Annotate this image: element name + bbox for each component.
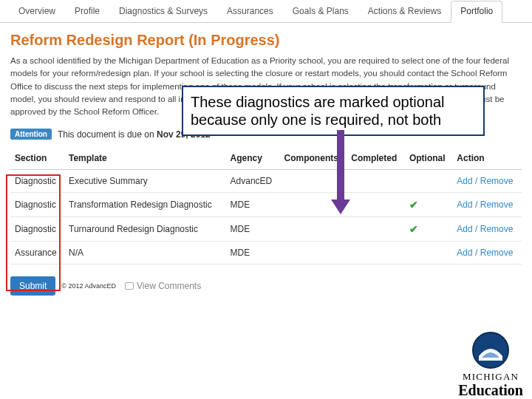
tab-portfolio[interactable]: Portfolio [451,1,502,23]
annotation-callout: These diagnostics are marked optional be… [182,86,485,136]
tab-bar: OverviewProfileDiagnostics & SurveysAssu… [0,0,532,23]
cell-action[interactable]: Add / Remove [452,217,522,242]
table-row: AssuranceN/AMDEAdd / Remove [10,242,522,265]
tab-overview[interactable]: Overview [9,1,65,23]
check-icon: ✔ [409,223,418,235]
cell-agency: MDE [226,242,280,265]
cell-optional [405,170,452,193]
diagnostics-table: Section Template Agency Components Compl… [10,147,522,265]
view-comments-link[interactable]: View Comments [125,281,201,291]
col-template: Template [64,147,226,170]
attention-prefix: This document is due on [58,129,157,140]
logo-line2: Education [458,383,523,398]
col-completed: Completed [347,147,405,170]
cell-agency: MDE [226,217,280,242]
cell-completed [347,170,405,193]
cell-completed [347,242,405,265]
attention-badge: Attention [10,129,52,140]
tab-profile[interactable]: Profile [65,1,109,23]
cell-completed [347,217,405,242]
cell-components [280,242,347,265]
cell-completed [347,193,405,217]
tab-diagnostics-surveys[interactable]: Diagnostics & Surveys [109,1,217,23]
view-comments-label: View Comments [137,281,201,291]
seal-icon [471,331,510,369]
tab-assurances[interactable]: Assurances [217,1,283,23]
bottom-bar: Submit © 2012 AdvancED View Comments [0,272,532,300]
tab-actions-reviews[interactable]: Actions & Reviews [358,1,451,23]
copyright-text: © 2012 AdvancED [61,282,116,290]
cell-template: Turnaround Redesign Diagnostic [64,217,226,242]
cell-template: N/A [64,242,226,265]
cell-optional: ✔ [405,217,452,242]
tab-goals-plans[interactable]: Goals & Plans [283,1,358,23]
check-icon: ✔ [409,199,418,211]
cell-optional: ✔ [405,193,452,217]
cell-template: Executive Summary [64,170,226,193]
cell-template: Transformation Redesign Diagnostic [64,193,226,217]
col-action: Action [452,147,522,170]
cell-components [280,217,347,242]
cell-action[interactable]: Add / Remove [452,242,522,265]
cell-action[interactable]: Add / Remove [452,170,522,193]
cell-agency: MDE [226,193,280,217]
cell-section: Assurance [10,242,64,265]
table-body: DiagnosticExecutive SummaryAdvancEDAdd /… [10,170,522,265]
table-row: DiagnosticTransformation Redesign Diagno… [10,193,522,217]
cell-section: Diagnostic [10,217,64,242]
comment-icon [125,282,134,290]
table-row: DiagnosticTurnaround Redesign Diagnostic… [10,217,522,242]
cell-agency: AdvancED [226,170,280,193]
logo-line1: MICHIGAN [463,371,519,383]
col-section: Section [10,147,64,170]
submit-button[interactable]: Submit [10,276,55,296]
col-optional: Optional [405,147,452,170]
michigan-education-logo: MICHIGAN Education [458,331,523,398]
cell-section: Diagnostic [10,170,64,193]
cell-optional [405,242,452,265]
table-row: DiagnosticExecutive SummaryAdvancEDAdd /… [10,170,522,193]
annotation-arrow [332,130,349,217]
cell-section: Diagnostic [10,193,64,217]
cell-action[interactable]: Add / Remove [452,193,522,217]
col-agency: Agency [226,147,280,170]
page-title: Reform Redesign Report (In Progress) [0,23,532,52]
